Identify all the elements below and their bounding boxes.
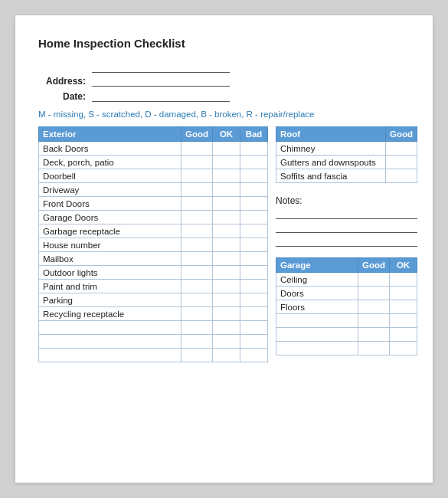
exterior-cell[interactable] [181,169,212,183]
exterior-row-label [39,349,181,362]
exterior-cell[interactable] [240,307,268,321]
garage-header: Garage [276,258,358,273]
date-label: Date: [38,91,86,102]
exterior-cell[interactable] [240,266,268,280]
exterior-cell[interactable] [240,169,268,183]
exterior-col-good: Good [181,127,212,142]
exterior-cell[interactable] [240,335,268,349]
exterior-row-label: Driveway [39,183,181,197]
garage-cell[interactable] [358,328,389,342]
garage-cell[interactable] [358,300,389,314]
exterior-cell[interactable] [213,183,240,197]
exterior-cell[interactable] [213,252,240,266]
exterior-cell[interactable] [181,321,212,335]
exterior-cell[interactable] [181,197,212,211]
garage-cell[interactable] [390,342,417,355]
garage-cell[interactable] [390,314,417,328]
exterior-cell[interactable] [181,280,212,293]
exterior-cell[interactable] [181,307,212,321]
exterior-cell[interactable] [181,266,212,280]
exterior-cell[interactable] [213,280,240,293]
notes-line-2[interactable] [276,222,417,233]
garage-cell[interactable] [390,287,417,300]
exterior-cell[interactable] [213,293,240,307]
roof-cell[interactable] [385,142,417,156]
exterior-cell[interactable] [240,238,268,252]
date-input[interactable] [92,91,230,102]
exterior-cell[interactable] [213,156,240,169]
exterior-row-label: Recycling receptacle [39,307,181,321]
garage-cell[interactable] [390,273,417,287]
exterior-cell[interactable] [240,156,268,169]
exterior-cell[interactable] [213,321,240,335]
exterior-cell[interactable] [213,169,240,183]
exterior-cell[interactable] [213,349,240,362]
exterior-cell[interactable] [181,142,212,156]
garage-cell[interactable] [390,300,417,314]
garage-cell[interactable] [358,273,389,287]
exterior-cell[interactable] [213,307,240,321]
exterior-cell[interactable] [240,142,268,156]
garage-row-label [276,328,358,342]
exterior-cell[interactable] [240,321,268,335]
roof-cell[interactable] [385,169,417,183]
exterior-cell[interactable] [240,252,268,266]
exterior-cell[interactable] [181,252,212,266]
exterior-col-ok: OK [213,127,240,142]
notes-section: Notes: [276,195,417,250]
exterior-row-label: Mailbox [39,252,181,266]
address-line-2[interactable] [92,76,230,87]
garage-table: Garage Good OK CeilingDoorsFloors [276,257,417,355]
roof-row-label: Soffits and fascia [276,169,386,183]
notes-line-1[interactable] [276,208,417,219]
exterior-cell[interactable] [213,266,240,280]
exterior-cell[interactable] [181,238,212,252]
exterior-cell[interactable] [240,197,268,211]
exterior-cell[interactable] [181,183,212,197]
notes-label: Notes: [276,195,417,206]
address-line-1[interactable] [92,62,230,73]
garage-cell[interactable] [390,328,417,342]
roof-col-good: Good [385,127,417,142]
garage-col-ok: OK [390,258,417,273]
exterior-cell[interactable] [181,211,212,224]
roof-cell[interactable] [385,156,417,169]
garage-cell[interactable] [358,287,389,300]
exterior-row-label: Garage Doors [39,211,181,224]
garage-row-label: Floors [276,300,358,314]
garage-row-label: Doors [276,287,358,300]
roof-header: Roof [276,127,386,142]
exterior-row-label: Back Doors [39,142,181,156]
address-row: Address: [38,62,410,87]
exterior-cell[interactable] [213,238,240,252]
exterior-cell[interactable] [240,183,268,197]
date-row: Date: [38,91,410,102]
tables-row: Exterior Good OK Bad Back DoorsDeck, por… [38,126,410,362]
exterior-cell[interactable] [213,224,240,238]
exterior-row-label: House number [39,238,181,252]
address-label: Address: [38,76,86,87]
exterior-cell[interactable] [181,224,212,238]
exterior-cell[interactable] [181,349,212,362]
exterior-cell[interactable] [181,156,212,169]
exterior-cell[interactable] [240,293,268,307]
exterior-cell[interactable] [213,142,240,156]
exterior-cell[interactable] [213,211,240,224]
exterior-cell[interactable] [213,335,240,349]
garage-cell[interactable] [358,342,389,355]
exterior-cell[interactable] [181,335,212,349]
exterior-row-label: Front Doors [39,197,181,211]
exterior-cell[interactable] [181,293,212,307]
notes-line-3[interactable] [276,236,417,247]
exterior-cell[interactable] [240,349,268,362]
exterior-cell[interactable] [240,211,268,224]
exterior-row-label: Garbage receptacle [39,224,181,238]
exterior-row-label: Doorbell [39,169,181,183]
exterior-cell[interactable] [240,224,268,238]
exterior-cell[interactable] [240,280,268,293]
exterior-cell[interactable] [213,197,240,211]
exterior-row-label: Parking [39,293,181,307]
garage-cell[interactable] [358,314,389,328]
roof-row-label: Gutters and downspouts [276,156,386,169]
garage-row-label: Ceiling [276,273,358,287]
